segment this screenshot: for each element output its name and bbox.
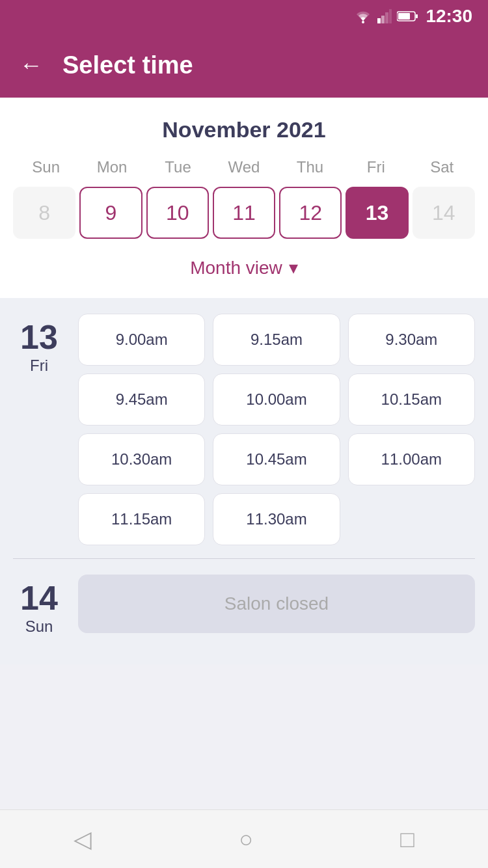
- bottom-navigation: ◁ ○ □: [0, 809, 488, 868]
- date-10[interactable]: 10: [146, 187, 209, 239]
- status-icons: [354, 9, 418, 23]
- time-slots-section: 13 Fri 9.00am 9.15am 9.30am 9.45am 10.00…: [0, 298, 488, 664]
- day-header-wed: Wed: [211, 158, 277, 176]
- signal-icon: [377, 9, 392, 23]
- battery-icon: [397, 10, 418, 22]
- wifi-icon: [354, 9, 372, 23]
- svg-point-0: [362, 21, 364, 23]
- day-header-thu: Thu: [277, 158, 343, 176]
- day-label-14: 14 Sun: [13, 575, 65, 636]
- day-name-14: Sun: [25, 617, 53, 636]
- month-view-label: Month view: [190, 258, 282, 278]
- calendar-days-header: Sun Mon Tue Wed Thu Fri Sat: [13, 158, 475, 176]
- date-11[interactable]: 11: [213, 187, 275, 239]
- date-8[interactable]: 8: [13, 187, 75, 239]
- day-block-13: 13 Fri 9.00am 9.15am 9.30am 9.45am 10.00…: [13, 314, 475, 545]
- day-header-mon: Mon: [79, 158, 144, 176]
- date-14[interactable]: 14: [413, 187, 475, 239]
- svg-rect-4: [389, 9, 392, 23]
- chevron-down-icon: ▾: [289, 257, 298, 278]
- nav-home-icon[interactable]: ○: [239, 826, 253, 853]
- time-slot-915am[interactable]: 9.15am: [213, 314, 340, 366]
- status-time: 12:30: [426, 6, 472, 27]
- salon-closed-message: Salon closed: [78, 575, 475, 633]
- time-slot-900am[interactable]: 9.00am: [78, 314, 205, 366]
- status-bar: 12:30: [0, 0, 488, 33]
- svg-rect-3: [385, 12, 388, 23]
- time-slot-1100am[interactable]: 11.00am: [348, 433, 475, 485]
- svg-rect-1: [377, 18, 381, 23]
- day-divider: [13, 558, 475, 559]
- time-slot-945am[interactable]: 9.45am: [78, 373, 205, 426]
- day-name-13: Fri: [30, 357, 48, 375]
- time-slot-1000am[interactable]: 10.00am: [213, 373, 340, 426]
- nav-back-icon[interactable]: ◁: [74, 826, 92, 853]
- calendar-dates: 8 9 10 11 12 13 14: [13, 187, 475, 239]
- day-label-13: 13 Fri: [13, 314, 65, 545]
- svg-rect-6: [398, 13, 410, 20]
- time-slot-1130am[interactable]: 11.30am: [213, 493, 340, 545]
- time-slot-1115am[interactable]: 11.15am: [78, 493, 205, 545]
- day-header-sat: Sat: [409, 158, 475, 176]
- calendar-section: November 2021 Sun Mon Tue Wed Thu Fri Sa…: [0, 98, 488, 298]
- date-12[interactable]: 12: [279, 187, 342, 239]
- day-header-tue: Tue: [145, 158, 211, 176]
- time-slot-930am[interactable]: 9.30am: [348, 314, 475, 366]
- svg-rect-2: [381, 16, 385, 23]
- svg-rect-7: [416, 14, 418, 18]
- nav-recent-icon[interactable]: □: [400, 826, 414, 853]
- time-slot-1030am[interactable]: 10.30am: [78, 433, 205, 485]
- back-button[interactable]: ←: [20, 53, 43, 77]
- time-slot-1015am[interactable]: 10.15am: [348, 373, 475, 426]
- day-number-14: 14: [20, 581, 58, 615]
- calendar-month-year: November 2021: [13, 117, 475, 142]
- app-header: ← Select time: [0, 33, 488, 98]
- day-header-sun: Sun: [13, 158, 79, 176]
- day-number-13: 13: [20, 320, 58, 354]
- day-block-14: 14 Sun Salon closed: [13, 575, 475, 636]
- month-view-toggle[interactable]: Month view ▾: [13, 251, 475, 285]
- time-slot-1045am[interactable]: 10.45am: [213, 433, 340, 485]
- day-header-fri: Fri: [343, 158, 409, 176]
- page-title: Select time: [62, 51, 193, 79]
- time-slots-13: 9.00am 9.15am 9.30am 9.45am 10.00am 10.1…: [78, 314, 475, 545]
- date-9[interactable]: 9: [79, 187, 142, 239]
- date-13[interactable]: 13: [346, 187, 408, 239]
